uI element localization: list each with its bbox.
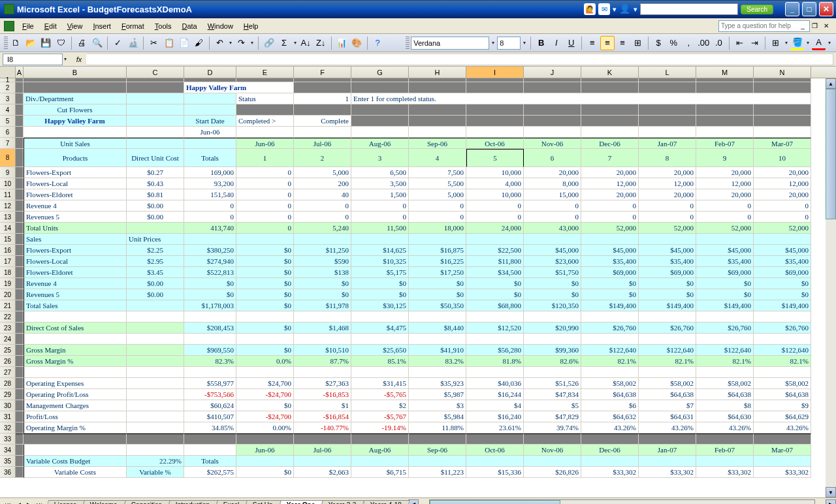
cell[interactable]: Management Charges: [24, 400, 127, 411]
cell[interactable]: $120,350: [524, 300, 581, 311]
h-scroll-thumb[interactable]: [430, 500, 560, 505]
cell[interactable]: $522,813: [184, 267, 236, 278]
row-header-13[interactable]: 13: [0, 212, 16, 223]
cell[interactable]: $58,002: [581, 378, 639, 389]
cell[interactable]: [16, 345, 24, 356]
cell[interactable]: $0: [466, 278, 524, 289]
cell[interactable]: 2: [294, 149, 351, 167]
cell[interactable]: [236, 127, 294, 138]
hyperlink-icon[interactable]: 🔗: [262, 36, 276, 50]
col-header-F[interactable]: F: [294, 67, 351, 78]
cell[interactable]: $969,550: [184, 345, 236, 356]
row-header-20[interactable]: 20: [0, 289, 16, 300]
doc-minimize-button[interactable]: _: [798, 22, 807, 31]
cell[interactable]: 0: [294, 200, 351, 212]
cell[interactable]: 0: [236, 212, 294, 223]
cell[interactable]: $0.27: [127, 167, 184, 178]
cell[interactable]: $69,000: [581, 267, 639, 278]
cell[interactable]: $0: [236, 300, 294, 311]
scroll-down-button[interactable]: ▼: [826, 487, 836, 497]
cell[interactable]: 52,000: [696, 223, 754, 234]
cell[interactable]: 11.88%: [409, 422, 466, 433]
sheet-tab-excel[interactable]: Excel: [215, 500, 248, 505]
cell[interactable]: $3.45: [127, 267, 184, 278]
cell[interactable]: [294, 234, 351, 245]
cell[interactable]: [16, 422, 24, 433]
cell[interactable]: $45,000: [581, 245, 639, 256]
cell[interactable]: Direct Cost of Sales: [24, 323, 127, 334]
cell[interactable]: [127, 422, 184, 433]
cell[interactable]: [351, 127, 409, 138]
cell[interactable]: [581, 104, 639, 116]
cell[interactable]: Start Date: [184, 116, 236, 127]
cell[interactable]: [639, 104, 696, 116]
scroll-up-button[interactable]: ▲: [826, 78, 836, 89]
col-header-N[interactable]: N: [754, 67, 811, 78]
cell[interactable]: Nov-06: [524, 445, 581, 456]
cell[interactable]: $64,632: [581, 411, 639, 422]
cell[interactable]: $64,630: [696, 411, 754, 422]
cell[interactable]: 52,000: [581, 223, 639, 234]
row-header-27[interactable]: 27: [0, 367, 16, 378]
cell[interactable]: [754, 104, 811, 116]
col-header-M[interactable]: M: [696, 67, 754, 78]
cell[interactable]: 20,000: [639, 189, 696, 200]
cell[interactable]: 93,200: [184, 178, 236, 189]
cell[interactable]: [236, 456, 294, 467]
cell[interactable]: [639, 127, 696, 138]
cell[interactable]: [754, 311, 811, 323]
format-painter-icon[interactable]: 🖌: [192, 36, 206, 50]
cell[interactable]: [24, 334, 127, 345]
menu-format[interactable]: Format: [116, 20, 150, 32]
cell[interactable]: [639, 116, 696, 127]
cell[interactable]: Totals: [184, 456, 236, 467]
cell[interactable]: [294, 456, 351, 467]
col-header-J[interactable]: J: [524, 67, 581, 78]
cell[interactable]: [127, 378, 184, 389]
row-header-30[interactable]: 30: [0, 400, 16, 411]
cell[interactable]: 0: [754, 200, 811, 212]
cell[interactable]: Mar-07: [754, 445, 811, 456]
cell[interactable]: [127, 356, 184, 367]
cell[interactable]: Variable Costs Budget: [24, 456, 127, 467]
menu-tools[interactable]: Tools: [150, 20, 177, 32]
cell[interactable]: $50,350: [409, 300, 466, 311]
cell[interactable]: $35,923: [409, 378, 466, 389]
cell[interactable]: [466, 367, 524, 378]
cell[interactable]: $10,510: [294, 345, 351, 356]
cell[interactable]: [16, 323, 24, 334]
cell[interactable]: 0: [236, 200, 294, 212]
cell[interactable]: [351, 234, 409, 245]
cell[interactable]: $5,175: [351, 267, 409, 278]
cell[interactable]: Revenue 4: [24, 200, 127, 212]
cell[interactable]: [754, 433, 811, 445]
cell[interactable]: [16, 256, 24, 267]
row-header-34[interactable]: 34: [0, 445, 16, 456]
cell[interactable]: $0: [236, 289, 294, 300]
cell[interactable]: $0: [184, 278, 236, 289]
cell[interactable]: [16, 389, 24, 400]
menu-file[interactable]: File: [17, 20, 39, 32]
cell[interactable]: $0: [236, 323, 294, 334]
tab-next-button[interactable]: ▶: [24, 501, 34, 505]
sheet-tab-years-2-3[interactable]: Years 2-3: [320, 500, 364, 505]
cell[interactable]: [127, 334, 184, 345]
print-icon[interactable]: 🖨: [75, 36, 89, 50]
cell[interactable]: [127, 300, 184, 311]
cell[interactable]: Oct-06: [466, 138, 524, 149]
cell[interactable]: 10,000: [466, 167, 524, 178]
cell[interactable]: Products: [24, 149, 127, 167]
cell[interactable]: $0: [294, 278, 351, 289]
sort-desc-icon[interactable]: Z↓: [314, 36, 328, 50]
cell[interactable]: 20,000: [696, 189, 754, 200]
help-search-input[interactable]: [718, 20, 810, 32]
col-header-L[interactable]: L: [639, 67, 696, 78]
cell[interactable]: $122,640: [754, 345, 811, 356]
cell[interactable]: Gross Margin %: [24, 356, 127, 367]
cell[interactable]: $590: [294, 256, 351, 267]
row-header-26[interactable]: 26: [0, 356, 16, 367]
cell[interactable]: $58,002: [754, 378, 811, 389]
cell[interactable]: [639, 456, 696, 467]
row-header-14[interactable]: 14: [0, 223, 16, 234]
row-header-11[interactable]: 11: [0, 189, 16, 200]
